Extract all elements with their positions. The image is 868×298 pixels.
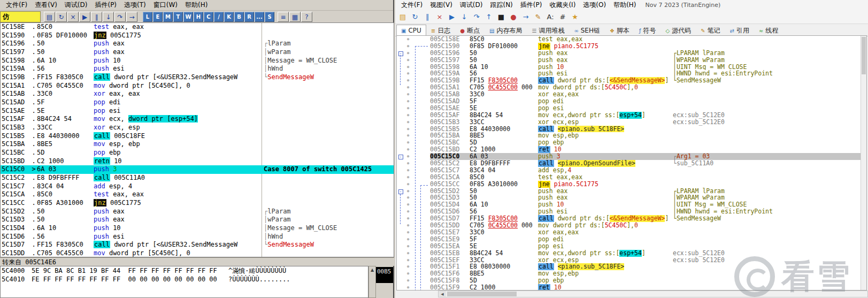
hexdump-row[interactable]: 5C4010FE FF FF FF FF FF FF FF 00 00 00 0… bbox=[1, 275, 368, 284]
left-menu-item[interactable]: 调试(D) bbox=[61, 0, 91, 10]
fold-gutter[interactable] bbox=[397, 84, 404, 91]
disasm-row[interactable]: 5C15AB.33C0xor eax, eax bbox=[1, 90, 394, 98]
fold-gutter[interactable]: - bbox=[397, 153, 404, 160]
disasm-row[interactable]: -●005C159650push eax┌LPARAM lParam bbox=[397, 50, 866, 57]
disasm-row[interactable]: ●005C15A1C705 0C455C00 000mov dword ptr … bbox=[397, 84, 866, 91]
breakpoint-dot[interactable]: ● bbox=[404, 174, 412, 181]
disasm-row[interactable]: ●005C15C783C4 04add esp,4 bbox=[397, 167, 866, 174]
disasm-row[interactable]: ●005C15B333CCxor ecx,especx:sub_5C12E0 bbox=[397, 119, 866, 126]
open-folder-icon[interactable]: ▤ bbox=[397, 12, 408, 22]
scrollbar-thumb[interactable] bbox=[447, 292, 517, 296]
disasm-row[interactable]: 5C159B.FF15 F8305C0call dword ptr [<&USE… bbox=[1, 73, 394, 82]
window-button-2[interactable]: M bbox=[163, 12, 173, 22]
fold-gutter[interactable] bbox=[397, 98, 404, 105]
breakpoint-dot[interactable]: ● bbox=[404, 98, 412, 105]
disasm-row[interactable]: 5C15AE.5Epop esi bbox=[1, 107, 394, 116]
fold-toggle-icon[interactable]: - bbox=[398, 51, 403, 56]
fold-gutter[interactable] bbox=[397, 146, 404, 153]
breakpoint-dot[interactable]: ● bbox=[404, 91, 412, 98]
tab-script[interactable]: ❖脚本 bbox=[605, 25, 634, 36]
right-horizontal-scrollbar[interactable]: ◀ bbox=[438, 291, 868, 297]
disasm-row[interactable]: ●005C15AF8B4C24 54mov ecx,dword ptr ss:[… bbox=[397, 112, 866, 119]
disasm-row[interactable]: 5C15A1.C705 0C455C0mov dword ptr [5C450C… bbox=[1, 82, 394, 90]
breakpoint-dot[interactable]: ● bbox=[404, 181, 412, 188]
disasm-row[interactable]: -●005C15C06A 03push 3┌Arg1 = 03 bbox=[397, 153, 866, 160]
disasm-row[interactable]: 5C15C0>6A 03push 3Case 8007 of switch 00… bbox=[1, 165, 394, 174]
breakpoint-dot[interactable]: ● bbox=[404, 222, 412, 229]
window-button-8[interactable]: K bbox=[224, 12, 234, 22]
left-disassembly-pane[interactable]: 5C158E.85C0test eax, eax5C1590.0F85 DF01… bbox=[0, 22, 394, 257]
breakpoint-dot[interactable]: ● bbox=[404, 243, 412, 250]
window-button-5[interactable]: H bbox=[194, 12, 203, 22]
left-menu-item[interactable]: 查看(V) bbox=[31, 0, 61, 10]
breakpoint-dot[interactable]: ● bbox=[404, 132, 412, 139]
disasm-row[interactable]: 5C15CA.85C0test eax, eax bbox=[1, 190, 394, 199]
disasm-row[interactable]: 5C15C2.E8 D9FBFFFFcall 005C11A0 bbox=[1, 174, 394, 182]
disasm-row[interactable]: ●005C15AE5Epop esi bbox=[397, 105, 866, 112]
window-button-3[interactable]: T bbox=[173, 12, 183, 22]
tab-call-stack[interactable]: ☰调用堆栈 bbox=[527, 25, 569, 36]
disasm-row[interactable]: ●005C15900F85 DF010000jne piano.5C1775 bbox=[397, 43, 866, 50]
left-menu-item[interactable]: 插件(P) bbox=[91, 0, 120, 10]
disasm-row[interactable]: ●005C15BC5Dpop ebp bbox=[397, 139, 866, 146]
disasm-row[interactable]: ●005C15BA8BE5mov esp,ebp bbox=[397, 132, 866, 139]
tab-symbols[interactable]: ƒ符号 bbox=[634, 25, 661, 36]
breakpoint-icon[interactable]: ● bbox=[508, 12, 519, 22]
window-button-0[interactable]: L bbox=[143, 12, 152, 22]
breakpoint-dot[interactable]: ● bbox=[404, 208, 412, 215]
breakpoint-dot[interactable]: ● bbox=[404, 160, 412, 167]
disasm-row[interactable]: ●005C15F9C2 1000ret 10 bbox=[397, 284, 866, 291]
right-vertical-scrollbar[interactable] bbox=[861, 36, 866, 290]
disasm-row[interactable]: 5C1590.0F85 DF010000jnz 005C1775 bbox=[1, 32, 394, 40]
tab-breakpoint[interactable]: ●断点 bbox=[455, 25, 485, 36]
fold-gutter[interactable] bbox=[397, 229, 404, 236]
breakpoint-dot[interactable]: ● bbox=[404, 167, 412, 174]
dump-scrollbar[interactable]: ▲ bbox=[368, 266, 376, 298]
disasm-row[interactable]: ●005C15986A 10push 10│UINT Msg = WM_CLOS… bbox=[397, 64, 866, 71]
breakpoint-dot[interactable]: ● bbox=[404, 284, 412, 291]
fold-gutter[interactable] bbox=[397, 284, 404, 291]
disasm-row[interactable]: ●005C158E85C0test eax,eax bbox=[397, 36, 866, 43]
fold-gutter[interactable] bbox=[397, 43, 404, 50]
breakpoint-dot[interactable]: ● bbox=[404, 64, 412, 71]
disasm-row[interactable]: 5C15D6.56push esi│hWnd bbox=[1, 233, 394, 241]
fold-gutter[interactable] bbox=[397, 91, 404, 98]
breakpoint-dot[interactable]: ● bbox=[404, 194, 412, 201]
disasm-row[interactable]: 5C1596.50push eax┌lParam bbox=[1, 40, 394, 48]
disasm-row[interactable]: ●005C15CC0F85 A3010000jne piano.5C1775 bbox=[397, 181, 866, 188]
fold-gutter[interactable] bbox=[397, 160, 404, 167]
breakpoint-dot[interactable]: ● bbox=[404, 229, 412, 236]
disasm-row[interactable]: 5C15D7.FF15 F8305C0call dword ptr [<&USE… bbox=[1, 241, 394, 249]
hash-icon[interactable]: # bbox=[557, 12, 568, 22]
window-button-1[interactable]: E bbox=[153, 12, 163, 22]
breakpoint-dot[interactable]: ● bbox=[404, 70, 412, 77]
breakpoint-dot[interactable]: ● bbox=[404, 236, 412, 243]
fold-gutter[interactable] bbox=[397, 263, 404, 270]
window-button-12[interactable]: S bbox=[265, 12, 274, 22]
fold-gutter[interactable] bbox=[397, 132, 404, 139]
hexdump-row[interactable]: 5C40005E 9C BA 8C B1 19 BF 44 FF FF FF F… bbox=[1, 266, 368, 275]
breakpoint-dot[interactable]: ● bbox=[404, 215, 412, 222]
breakpoint-dot[interactable]: ● bbox=[404, 277, 412, 284]
close-icon[interactable]: × bbox=[434, 12, 445, 22]
disasm-row[interactable]: ●005C15F85Dpop ebp bbox=[397, 277, 866, 284]
favorites-icon[interactable]: ★ bbox=[570, 12, 580, 22]
fold-gutter[interactable] bbox=[397, 222, 404, 229]
disasm-row[interactable]: ●005C15D46A 10push 10│UINT Msg = WM_CLOS… bbox=[397, 201, 866, 208]
scroll-up-icon[interactable]: ▲ bbox=[371, 268, 374, 272]
disasm-row[interactable]: 5C1597.50push eax│wParam bbox=[1, 48, 394, 57]
disasm-row[interactable]: 5C15B5.E8 44030000call 005C18FE bbox=[1, 132, 394, 141]
fold-gutter[interactable] bbox=[397, 57, 404, 64]
disasm-row[interactable]: 5C15DD.C705 0C455C0mov dword ptr [5C450C… bbox=[1, 249, 394, 257]
disasm-row[interactable]: 5C1598.6A 10push 10│Message = WM_CLOSE bbox=[1, 57, 394, 65]
disasm-row[interactable]: ●005C15E95Fpop edi bbox=[397, 236, 866, 243]
scroll-left-icon[interactable]: ◀ bbox=[439, 291, 446, 297]
disasm-row[interactable]: ●005C15D7FF15 F8305C00call dword ptr ds:… bbox=[397, 215, 866, 222]
run-trace-icon[interactable]: → bbox=[126, 12, 137, 22]
pause-icon[interactable]: ∥ bbox=[91, 12, 102, 22]
disasm-row[interactable]: 5C15D4.6A 10push 10│Message = WM_CLOSE bbox=[1, 224, 394, 233]
help-icon[interactable]: ? bbox=[301, 12, 312, 22]
step-into-icon[interactable]: ↓ bbox=[103, 12, 114, 22]
appearance-icon[interactable]: ▦ bbox=[289, 12, 301, 22]
fold-gutter[interactable] bbox=[397, 208, 404, 215]
